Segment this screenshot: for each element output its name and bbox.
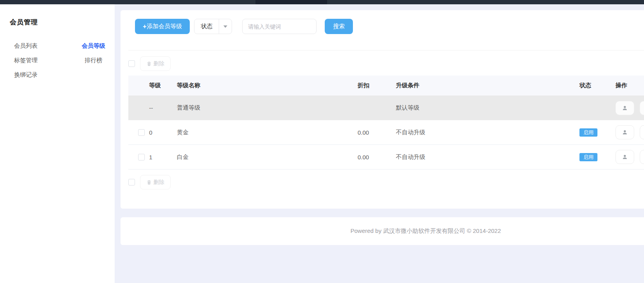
top-nav-bar <box>0 0 644 4</box>
cell-actions <box>615 125 644 139</box>
cell-discount: 0.00 <box>358 129 396 136</box>
sidebar-item-rebind-records[interactable]: 换绑记录 <box>14 71 72 79</box>
more-action-button[interactable] <box>640 125 644 139</box>
person-icon <box>622 154 628 160</box>
cell-actions <box>615 150 644 164</box>
member-action-button[interactable] <box>615 125 634 139</box>
keyword-search-input[interactable] <box>242 19 317 34</box>
bulk-actions-bottom: 删除 <box>128 175 644 189</box>
search-button[interactable]: 搜索 <box>325 19 353 34</box>
cell-level-name: 白金 <box>177 153 358 161</box>
member-action-button[interactable] <box>615 101 634 115</box>
dropdown-caret-button[interactable] <box>219 19 232 34</box>
row-checkbox[interactable] <box>138 129 145 136</box>
cell-status: 启用 <box>579 153 615 161</box>
person-icon <box>622 129 628 135</box>
row-checkbox[interactable] <box>138 154 145 160</box>
member-action-button[interactable] <box>615 150 634 164</box>
header-level: 等级 <box>149 82 177 89</box>
status-filter-dropdown[interactable]: 状态 <box>194 19 232 34</box>
add-member-level-label: 添加会员等级 <box>147 23 182 30</box>
header-status: 状态 <box>579 82 615 89</box>
sidebar-item-tag-manage[interactable]: 标签管理 <box>14 57 72 64</box>
toolbar: +添加会员等级 状态 搜索 <box>128 19 644 34</box>
table-row-default-level: -- 普通等级 默认等级 <box>128 96 644 120</box>
header-discount: 折扣 <box>358 82 396 89</box>
header-level-name: 等级名称 <box>177 82 358 89</box>
person-icon <box>622 105 628 111</box>
plus-icon: + <box>143 23 146 30</box>
bulk-delete-label-bottom: 删除 <box>153 179 164 186</box>
bulk-delete-button-bottom[interactable]: 删除 <box>140 175 171 189</box>
cell-level-name: 黄金 <box>177 129 358 136</box>
cell-level-name: 普通等级 <box>177 104 358 112</box>
header-actions: 操作 <box>615 82 644 89</box>
more-action-button[interactable] <box>640 150 644 164</box>
sidebar-item-ranking[interactable]: 排行榜 <box>72 57 115 64</box>
table-row-platinum: 1 白金 0.00 不自动升级 启用 <box>128 145 644 169</box>
sidebar-nav: 会员列表 会员等级 标签管理 排行榜 换绑记录 <box>0 42 115 79</box>
cell-upgrade-condition: 默认等级 <box>396 104 579 112</box>
select-all-checkbox-top[interactable] <box>128 60 135 67</box>
footer-copyright: Powered by 武汉市微小助软件开发有限公司 © 2014-2022 <box>351 227 501 235</box>
add-member-level-button[interactable]: +添加会员等级 <box>135 19 190 34</box>
cell-level: 0 <box>149 129 177 136</box>
footer: Powered by 武汉市微小助软件开发有限公司 © 2014-2022 <box>121 217 644 245</box>
cell-status: 启用 <box>579 128 615 137</box>
cell-upgrade-condition: 不自动升级 <box>396 153 579 161</box>
bulk-actions-top: 删除 <box>128 56 644 71</box>
row-checkbox-cell <box>138 154 149 160</box>
cell-level: 1 <box>149 154 177 160</box>
table-header-row: 等级 等级名称 折扣 升级条件 状态 操作 <box>128 76 644 96</box>
sidebar-item-member-list[interactable]: 会员列表 <box>14 42 72 50</box>
toolbar-divider <box>128 50 644 50</box>
more-action-button[interactable] <box>640 101 644 115</box>
sidebar: 会员管理 会员列表 会员等级 标签管理 排行榜 换绑记录 <box>0 4 115 283</box>
sidebar-item-member-level[interactable]: 会员等级 <box>72 42 115 50</box>
cell-discount: 0.00 <box>358 154 396 160</box>
status-enabled-badge[interactable]: 启用 <box>579 153 597 161</box>
status-filter-label: 状态 <box>194 19 219 34</box>
trash-icon <box>146 61 152 67</box>
bulk-delete-button-top[interactable]: 删除 <box>140 56 171 71</box>
cell-level: -- <box>149 105 177 111</box>
status-enabled-badge[interactable]: 启用 <box>579 128 597 137</box>
row-checkbox-cell <box>138 129 149 136</box>
cell-upgrade-condition: 不自动升级 <box>396 129 579 136</box>
main-content: +添加会员等级 状态 搜索 删除 等级 等级名称 <box>115 4 644 283</box>
table-row-gold: 0 黄金 0.00 不自动升级 启用 <box>128 120 644 145</box>
header-upgrade-condition: 升级条件 <box>396 82 579 89</box>
top-nav-active-item[interactable] <box>255 0 327 4</box>
select-all-checkbox-bottom[interactable] <box>128 179 135 186</box>
page-title: 会员管理 <box>10 18 115 27</box>
cell-actions <box>615 101 644 115</box>
bulk-delete-label-top: 删除 <box>153 60 164 67</box>
chevron-down-icon <box>223 25 227 28</box>
trash-icon <box>146 180 152 185</box>
member-level-table: 等级 等级名称 折扣 升级条件 状态 操作 -- 普通等级 默认等级 <box>128 76 644 169</box>
content-card: +添加会员等级 状态 搜索 删除 等级 等级名称 <box>121 10 644 209</box>
